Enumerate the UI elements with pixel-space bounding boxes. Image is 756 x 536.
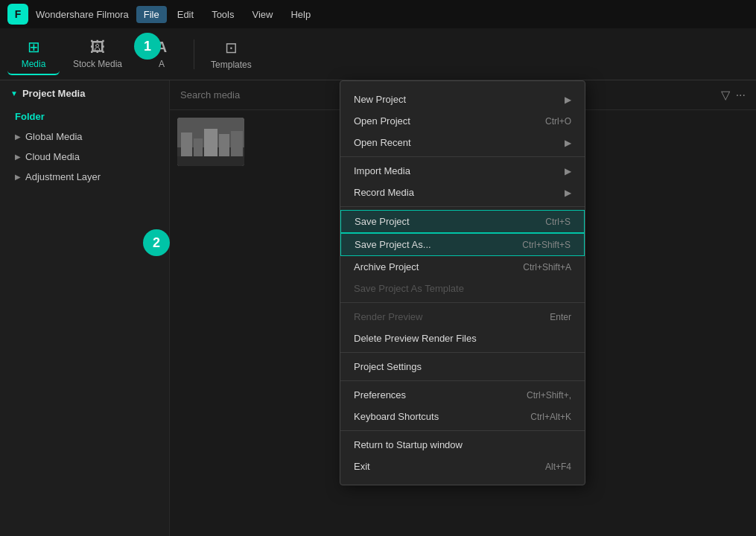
save-project-label: Save Project — [355, 216, 410, 227]
menu-view[interactable]: View — [244, 6, 280, 23]
record-media-arrow: ▶ — [565, 188, 571, 198]
sidebar-cloud-media-label: Cloud Media — [25, 151, 80, 162]
menu-tools[interactable]: Tools — [204, 6, 241, 23]
save-template-label: Save Project As Template — [354, 283, 464, 294]
app-logo: F — [7, 4, 28, 25]
arrow-icon-adj: ▶ — [15, 173, 21, 181]
stock-media-icon: 🖼 — [90, 39, 105, 56]
new-project-arrow: ▶ — [565, 95, 571, 105]
arrow-icon-global: ▶ — [15, 133, 21, 141]
templates-icon: ⊡ — [225, 39, 238, 57]
preferences-label: Preferences — [354, 389, 406, 401]
menu-open-project[interactable]: Open Project Ctrl+O — [340, 110, 585, 132]
menu-section-save: Save Project Ctrl+S Save Project As... C… — [340, 207, 585, 303]
save-project-shortcut: Ctrl+S — [545, 217, 571, 227]
media-icon: ⊞ — [28, 38, 40, 56]
menu-archive-project[interactable]: Archive Project Ctrl+Shift+A — [340, 256, 585, 278]
open-project-shortcut: Ctrl+O — [545, 116, 571, 127]
archive-project-label: Archive Project — [354, 261, 419, 272]
sidebar: ▼ Project Media Folder ▶ Global Media ▶ … — [0, 80, 170, 536]
sidebar-folder[interactable]: Folder — [0, 106, 169, 127]
project-settings-label: Project Settings — [354, 361, 422, 372]
exit-label: Exit — [354, 461, 370, 472]
archive-project-shortcut: Ctrl+Shift+A — [523, 262, 571, 272]
toolbar: ⊞ Media 🖼 Stock Media A A ⊡ Templates 1 — [0, 28, 756, 80]
tab-media[interactable]: ⊞ Media — [7, 34, 60, 75]
render-preview-label: Render Preview — [354, 311, 423, 322]
sidebar-adjustment-label: Adjustment Layer — [25, 171, 101, 182]
sidebar-global-media-label: Global Media — [25, 131, 83, 142]
tab-templates[interactable]: ⊡ Templates — [200, 34, 262, 74]
menu-import-media[interactable]: Import Media ▶ — [340, 160, 585, 182]
menu-section-preferences: Preferences Ctrl+Shift+, Keyboard Shortc… — [340, 381, 585, 431]
menu-help[interactable]: Help — [283, 6, 318, 23]
menu-project-settings[interactable]: Project Settings — [340, 356, 585, 377]
tab-templates-label: Templates — [211, 60, 252, 70]
new-project-label: New Project — [354, 94, 406, 105]
open-recent-label: Open Recent — [354, 137, 411, 148]
sidebar-title: Project Media — [22, 88, 86, 99]
open-project-label: Open Project — [354, 115, 410, 127]
badge-2: 2 — [143, 229, 170, 256]
tab-media-label: Media — [22, 59, 46, 69]
sidebar-item-cloud-media[interactable]: ▶ Cloud Media — [0, 147, 169, 167]
record-media-label: Record Media — [354, 187, 414, 198]
dropdown-menu: New Project ▶ Open Project Ctrl+O Open R… — [340, 80, 585, 485]
menu-preferences[interactable]: Preferences Ctrl+Shift+, — [340, 384, 585, 406]
preferences-shortcut: Ctrl+Shift+, — [527, 390, 571, 401]
render-preview-shortcut: Enter — [550, 312, 571, 322]
keyboard-shortcuts-shortcut: Ctrl+Alt+K — [530, 412, 571, 422]
menu-exit[interactable]: Exit Alt+F4 — [340, 456, 585, 477]
menu-save-as-template: Save Project As Template — [340, 278, 585, 299]
menu-delete-render-files[interactable]: Delete Preview Render Files — [340, 328, 585, 349]
menu-edit[interactable]: Edit — [170, 6, 201, 23]
tab-stock-media[interactable]: 🖼 Stock Media — [63, 34, 133, 74]
sidebar-header: ▼ Project Media — [0, 80, 169, 106]
menu-section-settings: Project Settings — [340, 353, 585, 381]
menu-keyboard-shortcuts[interactable]: Keyboard Shortcuts Ctrl+Alt+K — [340, 406, 585, 427]
keyboard-shortcuts-label: Keyboard Shortcuts — [354, 411, 439, 422]
sidebar-arrow: ▼ — [10, 89, 18, 98]
menu-record-media[interactable]: Record Media ▶ — [340, 182, 585, 203]
menu-section-new: New Project ▶ Open Project Ctrl+O Open R… — [340, 86, 585, 157]
save-project-as-label: Save Project As... — [355, 239, 431, 250]
main-layout: ▼ Project Media Folder ▶ Global Media ▶ … — [0, 80, 756, 536]
sidebar-item-adjustment-layer[interactable]: ▶ Adjustment Layer — [0, 167, 169, 187]
sidebar-item-global-media[interactable]: ▶ Global Media — [0, 127, 169, 147]
tab-a-label: A — [159, 59, 165, 69]
arrow-icon-cloud: ▶ — [15, 153, 21, 161]
menu-file[interactable]: File — [136, 6, 167, 23]
badge-1: 1 — [134, 33, 161, 60]
title-bar: F Wondershare Filmora File Edit Tools Vi… — [0, 0, 756, 28]
open-recent-arrow: ▶ — [565, 138, 571, 148]
menu-return-startup[interactable]: Return to Startup window — [340, 434, 585, 456]
app-title: Wondershare Filmora — [36, 9, 129, 20]
menu-render-preview: Render Preview Enter — [340, 306, 585, 328]
toolbar-divider — [194, 39, 194, 69]
menu-open-recent[interactable]: Open Recent ▶ — [340, 132, 585, 153]
content-area: ▽ ··· — [170, 80, 756, 536]
menu-section-import: Import Media ▶ Record Media ▶ — [340, 157, 585, 207]
menu-save-project[interactable]: Save Project Ctrl+S — [340, 210, 585, 233]
import-media-label: Import Media — [354, 165, 410, 176]
menu-section-render: Render Preview Enter Delete Preview Rend… — [340, 303, 585, 353]
delete-render-label: Delete Preview Render Files — [354, 333, 477, 344]
save-project-as-shortcut: Ctrl+Shift+S — [522, 240, 571, 250]
return-startup-label: Return to Startup window — [354, 439, 463, 450]
menu-section-exit: Return to Startup window Exit Alt+F4 — [340, 431, 585, 480]
dropdown-overlay: New Project ▶ Open Project Ctrl+O Open R… — [170, 80, 756, 536]
menu-new-project[interactable]: New Project ▶ — [340, 89, 585, 110]
exit-shortcut: Alt+F4 — [545, 462, 571, 472]
tab-stock-media-label: Stock Media — [73, 59, 122, 69]
import-media-arrow: ▶ — [565, 166, 571, 176]
menu-bar: File Edit Tools View Help — [136, 6, 318, 23]
menu-save-project-as[interactable]: Save Project As... Ctrl+Shift+S — [340, 233, 585, 256]
